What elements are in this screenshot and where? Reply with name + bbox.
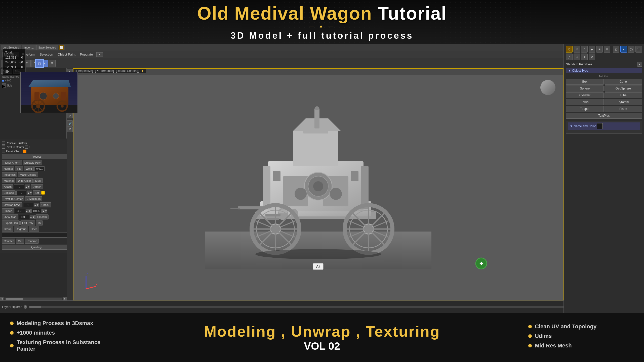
progress-bar[interactable] bbox=[29, 306, 623, 308]
scroll-right[interactable]: ▶ bbox=[63, 297, 67, 301]
quadrify-btn[interactable]: Quadrify bbox=[2, 245, 71, 250]
rp-hierarchy[interactable]: ⑃ bbox=[581, 46, 588, 53]
reset-xform-btn[interactable]: Reset XForm bbox=[2, 160, 22, 165]
save-selected-btn[interactable]: Save Selected bbox=[36, 45, 58, 50]
rp-utils[interactable]: ⚙ bbox=[604, 46, 610, 53]
sphere-btn[interactable]: Sphere bbox=[566, 85, 604, 92]
vp-filter-icon[interactable]: ▼ bbox=[141, 69, 144, 73]
tool-v[interactable]: V bbox=[67, 126, 73, 132]
main-viewport[interactable]: [Perspective] [Performance] [Default Sha… bbox=[73, 68, 564, 300]
icon-btn-1[interactable]: ⬜ bbox=[59, 45, 64, 50]
flatten-val1[interactable] bbox=[15, 209, 25, 213]
explode-val[interactable] bbox=[16, 191, 26, 195]
make-unique-btn[interactable]: Make Unique bbox=[18, 172, 38, 177]
textplus-btn[interactable]: TextPlus bbox=[566, 113, 642, 119]
attach-val[interactable] bbox=[14, 185, 24, 189]
rp-modify[interactable]: ⤨ bbox=[574, 46, 580, 53]
menu-populate[interactable]: Populate bbox=[78, 52, 95, 57]
rp-icon7[interactable]: ⊕ bbox=[581, 54, 588, 60]
export-fbx-btn[interactable]: Export FBX bbox=[2, 220, 20, 225]
geosphere-btn[interactable]: GeoSphere bbox=[605, 85, 642, 92]
std-primitives-dropdown[interactable]: ▼ bbox=[637, 62, 642, 67]
plane-btn[interactable]: Plane bbox=[605, 106, 642, 112]
nav-cube-inner[interactable] bbox=[540, 80, 555, 95]
rename-btn[interactable]: Rename bbox=[25, 239, 39, 244]
rp-icon8[interactable]: ⟳ bbox=[589, 54, 595, 60]
rp-icon3[interactable]: ◯ bbox=[628, 46, 634, 53]
select-mode-btn[interactable]: ◻ bbox=[35, 59, 44, 68]
rp-icon1[interactable]: ◻ bbox=[613, 46, 619, 53]
rp-icon5[interactable]: ╱ bbox=[566, 54, 573, 60]
multi-btn[interactable]: Multi bbox=[33, 178, 43, 183]
counter-btn[interactable]: Counter bbox=[2, 239, 15, 244]
detach-btn[interactable]: Detach bbox=[31, 184, 43, 189]
box-btn[interactable]: Box bbox=[566, 79, 604, 85]
smooth-btn[interactable]: Smooth bbox=[35, 214, 49, 219]
unwrap-val[interactable] bbox=[23, 203, 33, 207]
rp-icon6[interactable]: ⊞ bbox=[574, 54, 580, 60]
pivot-checkbox[interactable] bbox=[2, 146, 5, 149]
pivot-to-center-btn[interactable]: Pivot To Center bbox=[2, 196, 24, 201]
wire-color-btn[interactable]: Wire Color bbox=[16, 178, 33, 183]
rp-display[interactable]: ☀ bbox=[596, 46, 603, 53]
ungroup-btn[interactable]: Ungroup bbox=[14, 227, 28, 232]
attach-stepper[interactable]: ▲▼ bbox=[25, 185, 30, 189]
flatten-stepper2[interactable]: ▲▼ bbox=[42, 209, 47, 213]
uvw-val[interactable] bbox=[19, 215, 29, 219]
process-btn[interactable]: Process bbox=[2, 154, 71, 159]
weld-btn[interactable]: Weld bbox=[24, 166, 34, 171]
explode-stepper[interactable]: ▲▼ bbox=[27, 191, 32, 195]
tool-spin[interactable]: ⟳ bbox=[67, 113, 73, 118]
flip-btn[interactable]: Flip bbox=[15, 166, 23, 171]
tool-link[interactable]: 🔗 bbox=[67, 120, 73, 126]
menu-object-paint[interactable]: Object Paint bbox=[56, 52, 77, 57]
check-btn[interactable]: Check bbox=[40, 202, 51, 207]
flatten-stepper1[interactable]: ▲▼ bbox=[26, 209, 31, 213]
flatten-val2[interactable] bbox=[31, 209, 42, 213]
reset-checkbox[interactable] bbox=[2, 150, 5, 153]
rp-icon2[interactable]: ● bbox=[620, 46, 627, 53]
scrollbar-track[interactable] bbox=[5, 298, 62, 300]
scroll-left[interactable]: ◀ bbox=[0, 297, 4, 301]
open-btn[interactable]: Open bbox=[29, 227, 39, 232]
obj-expand[interactable]: ▶ bbox=[2, 83, 6, 87]
editable-poly-btn[interactable]: Editable Poly bbox=[23, 160, 42, 165]
pyramid-btn[interactable]: Pyramid bbox=[605, 99, 642, 105]
cylinder-btn[interactable]: Cylinder bbox=[566, 92, 604, 98]
rescale-checkbox[interactable] bbox=[2, 142, 5, 145]
tube-btn[interactable]: Tube bbox=[605, 92, 642, 98]
rp-icon4[interactable]: ⬛ bbox=[635, 46, 642, 53]
material-btn[interactable]: Material bbox=[2, 178, 15, 183]
attach-btn[interactable]: Attach bbox=[2, 184, 13, 189]
name-color-header[interactable]: ▼ Name and Color bbox=[568, 122, 640, 130]
object-type-header[interactable]: ▼ Object Type bbox=[566, 68, 642, 73]
flatten-btn[interactable]: Flatten bbox=[2, 208, 14, 213]
layer-close-btn[interactable]: × bbox=[24, 305, 27, 309]
ts-btn[interactable]: TS bbox=[36, 220, 43, 225]
z-minimum-btn[interactable]: Z Minimum bbox=[25, 196, 42, 201]
scrollbar-thumb[interactable] bbox=[6, 298, 23, 300]
rp-motion[interactable]: ▶ bbox=[589, 46, 595, 53]
z-checkbox[interactable] bbox=[25, 146, 28, 149]
cone-btn[interactable]: Cone bbox=[605, 79, 642, 85]
instances-btn[interactable]: Instances bbox=[2, 172, 17, 177]
explode-btn[interactable]: Explode bbox=[2, 190, 16, 195]
uvw-map-btn[interactable]: UVW Map bbox=[2, 214, 18, 219]
tb-ref[interactable]: ⧉ bbox=[49, 60, 56, 67]
edit-poly-btn[interactable]: Edit Poly bbox=[20, 220, 35, 225]
menu-more-btn[interactable]: ▼ bbox=[96, 52, 103, 57]
get-btn[interactable]: Get bbox=[16, 239, 24, 244]
set-btn[interactable]: Set bbox=[33, 190, 41, 195]
group-btn[interactable]: Group bbox=[2, 227, 13, 232]
nav-cube[interactable] bbox=[538, 77, 558, 98]
rp-create[interactable]: ⬡ bbox=[566, 46, 573, 53]
menu-selection[interactable]: Selection bbox=[38, 52, 55, 57]
unwrap-uvw-btn[interactable]: Unwrap UVW bbox=[2, 202, 22, 207]
color-swatch[interactable] bbox=[597, 123, 603, 129]
uvw-stepper[interactable]: ▲▼ bbox=[30, 215, 35, 219]
teapot-btn[interactable]: Teapot bbox=[566, 106, 604, 112]
h-scrollbar[interactable]: ◀ ▶ bbox=[0, 297, 67, 300]
name-input[interactable] bbox=[2, 233, 71, 238]
unwrap-stepper[interactable]: ▲▼ bbox=[34, 203, 39, 207]
torus-btn[interactable]: Torus bbox=[566, 99, 604, 105]
